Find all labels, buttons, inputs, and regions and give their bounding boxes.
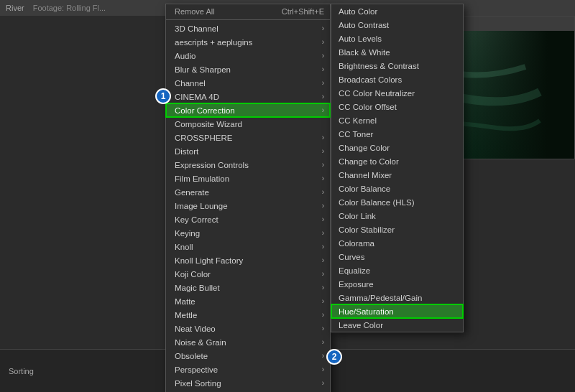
menu-item-neat-video[interactable]: Neat Video › <box>166 322 330 335</box>
menu-item-image-lounge[interactable]: Image Lounge › <box>166 199 330 213</box>
sub-item-cc-color-offset[interactable]: CC Color Offset <box>331 100 463 113</box>
sub-item-color-balance-hls[interactable]: Color Balance (HLS) <box>331 195 463 209</box>
menu-item-generate[interactable]: Generate › <box>166 185 330 199</box>
menu-item-pixel-sorting[interactable]: Pixel Sorting › <box>166 376 330 390</box>
sub-item-change-to-color[interactable]: Change to Color <box>331 154 463 168</box>
sub-item-exposure[interactable]: Exposure <box>331 277 463 291</box>
context-menu-main: Remove All Ctrl+Shift+E 3D Channel › aes… <box>165 4 331 392</box>
sub-item-brightness-contrast[interactable]: Brightness & Contrast <box>331 59 463 73</box>
menu-item-distort[interactable]: Distort › <box>166 144 330 158</box>
menu-item-knoll[interactable]: Knoll › <box>166 240 330 253</box>
sub-item-cc-color-neutralizer[interactable]: CC Color Neutralizer <box>331 86 463 100</box>
menu-item-channel[interactable]: Channel › <box>166 76 330 90</box>
sub-item-colorama[interactable]: Colorama <box>331 236 463 250</box>
menu-item-knoll-light[interactable]: Knoll Light Factory › <box>166 253 330 267</box>
sub-item-cc-toner[interactable]: CC Toner <box>331 127 463 141</box>
menu-item-expression-controls[interactable]: Expression Controls › <box>166 158 330 172</box>
sub-item-color-link[interactable]: Color Link <box>331 209 463 223</box>
sub-item-color-balance[interactable]: Color Balance <box>331 182 463 195</box>
menu-item-crossphere[interactable]: CROSSPHERE › <box>166 131 330 144</box>
badge-1: 1 <box>155 88 171 104</box>
sub-item-curves[interactable]: Curves <box>331 250 463 263</box>
menu-item-mettle[interactable]: Mettle › <box>166 308 330 322</box>
sub-item-color-stabilizer[interactable]: Color Stabilizer <box>331 223 463 236</box>
sub-item-auto-contrast[interactable]: Auto Contrast <box>331 18 463 32</box>
menu-item-perspective[interactable]: Perspective › <box>166 363 330 376</box>
sub-item-leave-color[interactable]: Leave Color <box>331 318 463 332</box>
menu-item-3d-channel[interactable]: 3D Channel › <box>166 22 330 35</box>
menu-item-composite-wizard[interactable]: Composite Wizard <box>166 117 330 131</box>
menu-item-obsolete[interactable]: Obsolete › <box>166 349 330 363</box>
menu-item-film-emulation[interactable]: Film Emulation › <box>166 172 330 185</box>
menu-item-keying[interactable]: Keying › <box>166 226 330 240</box>
menu-item-aescripts[interactable]: aescripts + aeplugins › <box>166 35 330 49</box>
menu-item-noise-grain[interactable]: Noise & Grain › <box>166 335 330 349</box>
sub-item-hue-saturation[interactable]: Hue/Saturation <box>331 304 463 318</box>
sorting-label: Sorting <box>9 367 34 375</box>
menu-separator-top <box>166 19 330 20</box>
sub-item-auto-color[interactable]: Auto Color <box>331 4 463 18</box>
menu-item-blur-sharpen[interactable]: Blur & Sharpen › <box>166 62 330 76</box>
project-label: River <box>6 4 24 12</box>
menu-item-magic-bullet[interactable]: Magic Bullet › <box>166 281 330 294</box>
sub-item-broadcast-colors[interactable]: Broadcast Colors <box>331 73 463 86</box>
sub-item-change-color[interactable]: Change Color <box>331 141 463 154</box>
sub-item-cc-kernel[interactable]: CC Kernel <box>331 113 463 127</box>
menu-item-cinema4d[interactable]: CINEMA 4D › <box>166 90 330 103</box>
menu-item-audio[interactable]: Audio › <box>166 49 330 62</box>
footage-label: Footage: Rolling Fl... <box>33 4 106 12</box>
menu-item-key-correct[interactable]: Key Correct › <box>166 213 330 226</box>
sub-item-equalize[interactable]: Equalize <box>331 263 463 277</box>
context-menu-submenu: Auto Color Auto Contrast Auto Levels Bla… <box>331 4 464 332</box>
sub-item-channel-mixer[interactable]: Channel Mixer <box>331 168 463 182</box>
sub-item-gamma-pedestal-gain[interactable]: Gamma/Pedestal/Gain <box>331 291 463 304</box>
menu-item-koji-color[interactable]: Koji Color › <box>166 267 330 281</box>
menu-item-matte[interactable]: Matte › <box>166 294 330 308</box>
sub-item-auto-levels[interactable]: Auto Levels <box>331 32 463 45</box>
badge-2: 2 <box>326 349 342 365</box>
menu-item-color-correction[interactable]: Color Correction › <box>166 103 330 117</box>
menu-item-remove-all[interactable]: Remove All Ctrl+Shift+E <box>166 4 330 18</box>
sub-item-black-white[interactable]: Black & White <box>331 45 463 59</box>
